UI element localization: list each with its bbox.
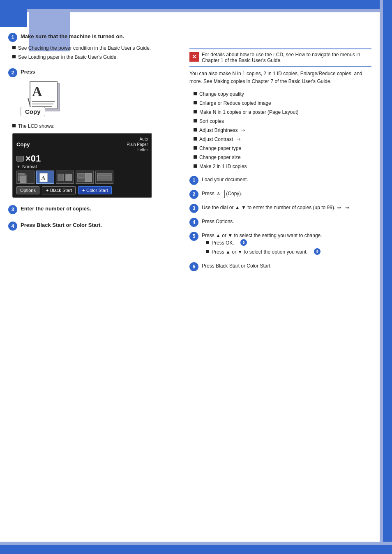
right-step-5: 5 Press ▲ or ▼ to select the setting you…	[189, 232, 371, 257]
color-star-icon: ✦	[82, 188, 85, 193]
section-1-title: Make sure that the machine is turned on.	[21, 33, 124, 40]
x-symbol: ✕	[192, 53, 197, 60]
right-bullet-6: Adjust Contrast ⇒	[194, 136, 371, 143]
right-step-1-text: Load your document.	[202, 176, 248, 183]
right-step-1-header: 1 Load your document.	[189, 176, 371, 185]
lcd-black-start-btn[interactable]: ✦ Black Start	[42, 186, 76, 194]
right-bullet-icon-9	[194, 164, 197, 168]
right-arrow-3: ⇒	[337, 205, 341, 210]
doc-front: A	[30, 81, 58, 109]
lcd-mode-label: Copy	[16, 141, 30, 148]
copy-label: Copy	[21, 107, 45, 116]
right-step-5-content: Press ▲ or ▼ to select the setting you w…	[202, 232, 322, 257]
section-2: 2 Press A Copy	[8, 68, 173, 198]
step-number-3: 3	[8, 205, 17, 214]
bullet-icon-3	[12, 124, 16, 127]
right-bullet-9: Make 2 in 1 ID copies	[194, 163, 371, 170]
right-step-4: 4 Press Options.	[189, 218, 371, 227]
right-column: ✕ For details about how to use the LCD, …	[181, 25, 380, 542]
right-step-5-bullet-2: Press ▲ or ▼ to select the option you wa…	[206, 248, 322, 256]
right-bullet-8: Change paper size	[194, 154, 371, 161]
lcd-printer-icon	[16, 156, 24, 162]
section-2-intro: Press	[21, 68, 35, 76]
doc-line-1	[32, 101, 55, 102]
lcd-color-start-btn[interactable]: ✦ Color Start	[78, 186, 112, 194]
right-step-3: 3 Use the dial or ▲ ▼ to enter the numbe…	[189, 204, 371, 213]
lcd-icon-1-svg	[18, 171, 33, 183]
right-step-5-bullet-icon-2	[206, 250, 209, 253]
right-bar-light	[380, 0, 383, 554]
right-intro-text: You can also make N in 1 copies, 2 in 1 …	[189, 70, 371, 85]
lcd-normal: ▼ Normal	[16, 164, 148, 169]
section-1-bullet-2-text: See Loading paper in the Basic User's Gu…	[18, 53, 118, 61]
lcd-icon-1	[16, 171, 35, 184]
lcd-right-info: Auto Plain Paper Letter	[127, 136, 148, 152]
right-step-2: 2 Press (Copy).	[189, 190, 371, 199]
black-star-icon: ✦	[46, 188, 49, 193]
section-4: 4 Press Black Start or Color Start.	[8, 222, 173, 231]
right-bullet-2-text: Enlarge or Reduce copied image	[199, 99, 271, 107]
lcd-screen: Copy Auto Plain Paper Letter ×01 ▼ Norma…	[12, 133, 152, 198]
lcd-icon-5-svg	[97, 171, 112, 183]
right-bullet-6-text: Adjust Contrast	[199, 136, 233, 143]
section-2-bullet-1-text: The LCD shows:	[18, 122, 55, 130]
right-step-6-text: Press Black Start or Color Start.	[202, 262, 272, 270]
right-bullet-icon-5	[194, 128, 197, 132]
lcd-top-row: Copy Auto Plain Paper Letter	[16, 136, 148, 152]
svg-rect-9	[66, 174, 71, 181]
section-1: 1 Make sure that the machine is turned o…	[8, 33, 173, 61]
lcd-icon-2: A	[36, 171, 54, 184]
svg-rect-7	[58, 174, 64, 181]
lcd-auto: Auto	[127, 136, 148, 142]
lcd-count: ×01	[25, 153, 41, 164]
right-step-number-2: 2	[189, 190, 198, 199]
note-box: ✕ For details about how to use the LCD, …	[189, 48, 371, 67]
right-bullet-4-text: Sort copies	[199, 118, 224, 125]
lcd-icon-4	[76, 171, 94, 184]
svg-rect-11	[78, 179, 84, 182]
bottom-bar	[0, 545, 392, 554]
lcd-options-btn[interactable]: Options	[16, 186, 39, 194]
inline-step-9: 9	[314, 248, 321, 255]
right-bullet-3-text: Make N in 1 copies or a poster (Page Lay…	[199, 108, 298, 116]
right-step-number-5: 5	[189, 232, 198, 241]
step-number-2: 2	[8, 68, 17, 77]
section-3: 3 Enter the number of copies.	[8, 205, 173, 214]
right-bullet-8-text: Change paper size	[199, 154, 241, 161]
right-bullet-list: Change copy quality Enlarge or Reduce co…	[189, 90, 371, 170]
right-bullet-icon-2	[194, 101, 197, 104]
doc-line-2	[32, 104, 53, 104]
svg-rect-10	[78, 173, 84, 178]
right-arrow-4: ⇒	[345, 205, 349, 210]
right-bullet-3: Make N in 1 copies or a poster (Page Lay…	[194, 108, 371, 116]
right-step-5-bullet-icon-1	[206, 241, 209, 244]
bullet-icon-1	[12, 46, 16, 49]
lcd-icon-2-svg: A	[37, 171, 53, 183]
section-1-bullet-1-text: See Checking the power condition in the …	[18, 44, 151, 52]
svg-rect-12	[85, 173, 92, 182]
right-step-3-text: Use the dial or ▲ ▼ to enter the number …	[202, 204, 349, 211]
right-bullet-5: Adjust Brightness ⇒	[194, 127, 371, 134]
right-step-number-3: 3	[189, 204, 198, 213]
right-bar	[383, 0, 392, 554]
right-bullet-icon-3	[194, 110, 197, 113]
doc-letter-a: A	[32, 84, 42, 99]
section-3-title: Enter the number of copies.	[21, 205, 91, 212]
step-number-1: 1	[8, 33, 17, 42]
section-2-header: 2 Press	[8, 68, 173, 77]
right-arrow-1: ⇒	[241, 127, 245, 134]
right-bullet-7: Change paper type	[194, 145, 371, 152]
left-column: 1 Make sure that the machine is turned o…	[0, 12, 181, 542]
right-step-number-1: 1	[189, 176, 198, 185]
right-bullet-1: Change copy quality	[194, 90, 371, 98]
header-bar	[0, 0, 392, 9]
lcd-bottom-row: Options ✦ Black Start ✦ Color Start	[16, 186, 148, 194]
section-4-title: Press Black Start or Color Start.	[21, 222, 102, 229]
right-step-5-bullet-2-text: Press ▲ or ▼ to select the option you wa…	[212, 248, 308, 256]
lcd-black-start-label: Black Start	[50, 188, 72, 193]
lcd-icon-4-svg	[77, 171, 92, 183]
right-step-4-header: 4 Press Options.	[189, 218, 371, 227]
copy-icon-image: A Copy	[21, 81, 66, 118]
step-number-4: 4	[8, 222, 17, 231]
svg-rect-13	[97, 173, 111, 181]
